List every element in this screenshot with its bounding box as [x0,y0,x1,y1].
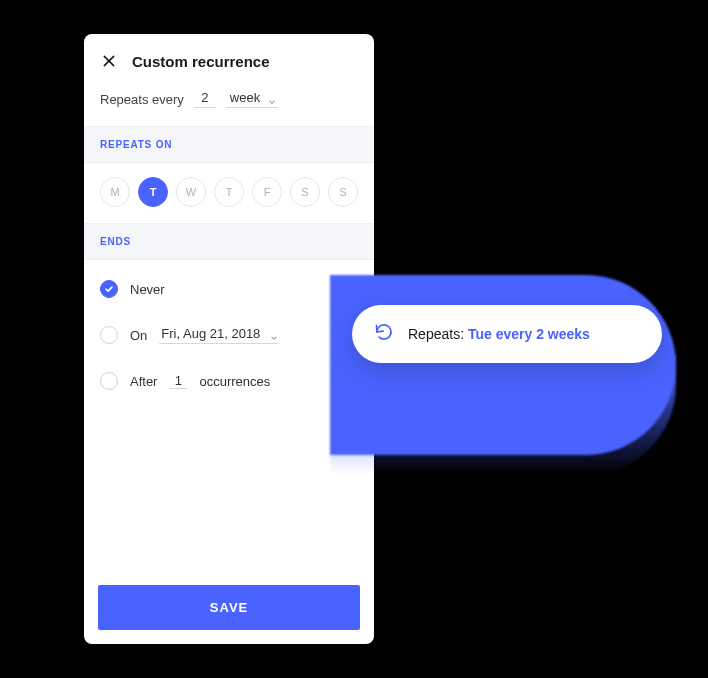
decorative-backdrop [330,275,676,455]
repeat-icon [374,322,394,346]
occurrence-unit-label: occurrences [199,374,270,389]
ends-on-date-select[interactable]: Fri, Aug 21, 2018 [159,326,278,344]
repeats-every-label: Repeats every [100,92,184,107]
ends-on-label: On [130,328,147,343]
day-friday[interactable]: F [252,177,282,207]
unit-select-value: week [230,90,260,105]
day-tuesday[interactable]: T [138,177,168,207]
repeats-every-row: Repeats every 2 week [84,84,374,126]
save-button[interactable]: SAVE [98,585,360,630]
days-row: M T W T F S S [84,163,374,223]
recurrence-summary-text: Repeats: Tue every 2 weeks [408,326,590,342]
interval-input[interactable]: 2 [194,90,216,108]
chevron-down-icon [268,94,276,109]
ends-never-label: Never [130,282,165,297]
day-wednesday[interactable]: W [176,177,206,207]
unit-select[interactable]: week [226,90,278,108]
day-thursday[interactable]: T [214,177,244,207]
chevron-down-icon [270,330,278,345]
radio-never[interactable] [100,280,118,298]
ends-on-date-value: Fri, Aug 21, 2018 [161,326,260,341]
close-icon[interactable] [100,52,118,70]
summary-prefix: Repeats: [408,326,468,342]
recurrence-summary-pill: Repeats: Tue every 2 weeks [352,305,662,363]
ends-heading: ENDS [84,223,374,260]
repeats-on-heading: REPEATS ON [84,126,374,163]
page-title: Custom recurrence [132,53,270,70]
ends-after-label: After [130,374,157,389]
radio-on[interactable] [100,326,118,344]
day-monday[interactable]: M [100,177,130,207]
occurrence-count-input[interactable]: 1 [169,373,187,389]
day-sunday[interactable]: S [328,177,358,207]
summary-value: Tue every 2 weeks [468,326,590,342]
radio-after[interactable] [100,372,118,390]
day-saturday[interactable]: S [290,177,320,207]
card-header: Custom recurrence [84,34,374,84]
